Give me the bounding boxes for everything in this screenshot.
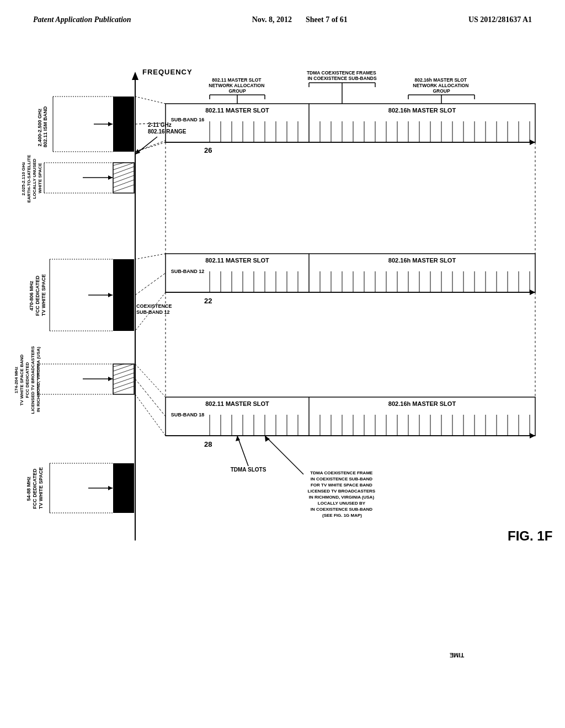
group-label-3: 802.16h MASTER SLOT NETWORK ALLOCATION G…	[413, 77, 470, 94]
row1-master-slot-1: 802.11 MASTER SLOT	[205, 107, 269, 114]
time-label-1: TIME	[450, 652, 464, 659]
svg-marker-172	[265, 436, 270, 442]
svg-line-161	[135, 379, 166, 416]
svg-marker-131	[530, 433, 535, 438]
number-28: 28	[204, 440, 212, 448]
svg-line-127	[135, 273, 166, 295]
svg-marker-35	[108, 293, 113, 297]
svg-line-6	[113, 167, 134, 174]
svg-line-7	[113, 171, 134, 179]
svg-rect-20	[113, 463, 134, 513]
svg-line-9	[113, 180, 134, 188]
svg-line-164	[135, 142, 166, 152]
svg-line-15	[113, 368, 134, 376]
row3-master-slot-1: 802.11 MASTER SLOT	[205, 400, 269, 407]
svg-line-10	[113, 185, 134, 192]
subband-label-3: SUB-BAND 18	[171, 412, 205, 417]
header-sheet: Sheet 7 of 61	[306, 15, 348, 24]
bottom-annotation: TDMA COEXISTENCE FRAME IN COEXISTENCE SU…	[308, 470, 377, 518]
range-label: 2-11 GHz 802.16 RANGE	[148, 122, 186, 135]
header-date: Nov. 8, 2012	[252, 15, 292, 24]
subband-label-2: SUB-BAND 12	[171, 269, 205, 274]
header-center: Nov. 8, 2012 Sheet 7 of 61	[252, 15, 348, 24]
frequency-label: FREQUENCY	[142, 68, 193, 76]
header-left: Patent Application Publication	[33, 15, 131, 24]
svg-line-168	[135, 394, 166, 436]
main-diagram: FREQUENCY 2.400-2.500 GHz 802.11 ISM BAN…	[0, 44, 565, 717]
freq-label-5: 54-88 MHz FCC DEDICATED TV WHITE SPACE	[26, 467, 44, 509]
row3-master-slot-2: 802.16h MASTER SLOT	[388, 400, 456, 407]
svg-marker-40	[108, 377, 113, 381]
svg-marker-63	[530, 140, 535, 145]
svg-rect-11	[113, 259, 134, 331]
row1-master-slot-2: 802.16h MASTER SLOT	[388, 107, 456, 114]
svg-marker-1	[132, 72, 138, 80]
freq-label-1: 2.400-2.500 GHz 802.11 ISM BAND	[37, 106, 48, 147]
svg-marker-30	[108, 175, 113, 180]
number-26: 26	[204, 146, 212, 154]
page-header: Patent Application Publication Nov. 8, 2…	[0, 0, 565, 24]
svg-line-163	[135, 97, 166, 104]
header-right: US 2012/281637 A1	[468, 15, 532, 24]
svg-line-19	[113, 386, 134, 393]
svg-marker-45	[108, 486, 113, 490]
svg-line-16	[113, 373, 134, 380]
svg-line-167	[135, 364, 166, 397]
subband-label-1: SUB-BAND 16	[171, 117, 205, 122]
row2-master-slot-1: 802.11 MASTER SLOT	[205, 257, 269, 264]
svg-line-17	[113, 377, 134, 384]
svg-line-18	[113, 382, 134, 389]
freq-label-2: 2.025-2.110 GHz EARTH-TO-SATELLITE LOCAL…	[21, 153, 42, 202]
fig-label: FIG. 1F	[508, 528, 552, 543]
group-label-2: TDMA COEXISTENCE FRAMES IN COEXISTENCE S…	[307, 70, 377, 81]
svg-marker-97	[530, 290, 535, 295]
row2-master-slot-2: 802.16h MASTER SLOT	[388, 257, 456, 264]
svg-line-171	[265, 436, 303, 474]
svg-rect-2	[113, 97, 134, 152]
number-22: 22	[204, 297, 212, 305]
freq-label-4: 174-204 MHz TV WHITE SPACE BAND FCC DEDI…	[14, 345, 41, 414]
group-label-1: 802.11 MASTER SLOT NETWORK ALLOCATION GR…	[209, 77, 265, 94]
tdma-slots-label: TDMA SLOTS	[231, 467, 266, 473]
coexistence-subband-label: COEXISTENCE SUB-BAND 12	[136, 303, 173, 315]
svg-line-5	[113, 163, 134, 170]
freq-label-3: 470-806 MHz FCC DEDICATED TV WHITE SPACE	[29, 274, 46, 316]
svg-line-8	[113, 175, 134, 183]
svg-marker-25	[108, 122, 113, 126]
svg-line-14	[113, 364, 134, 371]
svg-line-165	[135, 254, 166, 259]
